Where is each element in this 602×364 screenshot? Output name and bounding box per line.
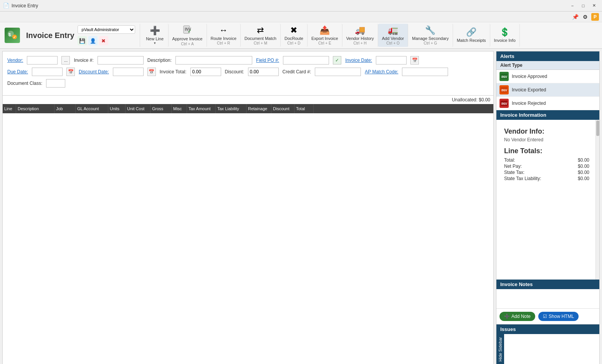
discount-input[interactable] [248,68,279,76]
person-button[interactable]: 👤 [88,36,98,45]
invoice-date-label[interactable]: Invoice Date: [345,58,372,63]
net-pay-label: Net Pay: [504,164,522,169]
vendor-label[interactable]: Vendor: [7,58,23,63]
document-class-input[interactable] [46,79,65,88]
invoice-notes-header: Invoice Notes [496,280,599,289]
alerts-sub-header: Alert Type [496,61,599,70]
scrollbar-thumb[interactable] [596,121,599,136]
cancel-button[interactable]: ✖ [99,36,108,45]
due-date-calendar-button[interactable]: 📅 [66,68,75,76]
svg-text:INV: INV [501,75,507,79]
user-dropdown[interactable]: pVault Administrator [78,25,135,34]
credit-card-label: Credit Card #: [283,69,311,74]
vendor-browse-button[interactable]: … [61,56,70,65]
toolbar: $ ✓ Invoice Entry pVault Administrator 💾… [0,22,602,49]
alert-exported[interactable]: INV Invoice Exported [496,83,599,97]
show-html-button[interactable]: ☑ Show HTML [538,312,579,321]
document-class-label: Document Class: [7,81,42,86]
vendor-history-button[interactable]: 🚚 Vendor History Ctrl + H [342,24,378,47]
field-po-check-button[interactable]: ✓ [333,56,341,65]
close-button[interactable]: ✕ [589,2,599,10]
scrollbar[interactable] [595,120,599,280]
total-row: Total: $0.00 [504,157,589,163]
new-line-button[interactable]: ➕ New Line ▼ [142,24,169,47]
net-pay-row: Net Pay: $0.00 [504,164,589,169]
due-date-input[interactable] [32,68,63,76]
pin-icon[interactable]: 📌 [571,13,579,21]
col-line: Line [3,104,16,113]
match-receipts-button[interactable]: 🔗 Match Receipts [453,24,490,47]
discount-date-label[interactable]: Discount Date: [79,69,109,74]
col-total: Total [294,104,314,113]
alerts-section: Alerts Alert Type INV Invoice Approved I… [496,51,599,110]
invoice-panel: Vendor: … Invoice #: Description: Field … [2,51,494,364]
docroute-icon: ✖ [290,25,297,35]
new-line-icon: ➕ [150,26,160,36]
invoice-date-calendar-button[interactable]: 📅 [410,56,419,65]
titlebar: 📄 Invoice Entry − □ ✕ [0,0,602,12]
col-tax-liability: Tax Liability [216,104,246,113]
description-label: Description: [147,58,172,63]
vendor-info-text: No Vendor Entered [504,137,589,142]
alert-approved[interactable]: INV Invoice Approved [496,70,599,83]
svg-text:✓: ✓ [187,28,192,34]
add-note-button[interactable]: ➕ Add Note [499,312,535,321]
unallocated-label: Unallocated: [452,97,478,103]
hide-sidebar-tab[interactable]: Hide Sidebar [496,334,504,364]
state-tax-liability-value: $0.00 [578,176,589,181]
settings-icon[interactable]: ⚙ [581,13,589,21]
invoice-date-input[interactable] [376,56,407,65]
docroute-button[interactable]: ✖ DocRoute Ctrl + D [281,24,308,47]
invoice-num-input[interactable] [98,56,144,65]
minimize-button[interactable]: − [567,2,577,10]
unallocated-value: $0.00 [479,97,490,103]
col-job: Job [55,104,76,113]
route-invoice-button[interactable]: ↔️ Route Invoice Ctrl + R [207,24,241,47]
alert-exported-label: Invoice Exported [512,87,546,93]
save-button[interactable]: 💾 [78,36,87,45]
ap-match-code-label[interactable]: AP Match Code: [365,69,398,74]
vendor-info-title: Vendor Info: [504,127,589,136]
svg-text:INV: INV [501,88,507,92]
invoice-info-button[interactable]: 💲 Invoice Info [490,24,520,47]
approve-invoice-button[interactable]: INV✓ Approve Invoice Ctrl + A [169,24,207,47]
alert-approved-label: Invoice Approved [512,74,547,79]
alert-rejected[interactable]: INV Invoice Rejected [496,97,599,110]
main-content: Vendor: … Invoice #: Description: Field … [0,49,602,364]
manage-secondary-button[interactable]: 🔧 Manage Secondary Ctrl + G [408,24,453,47]
approve-invoice-icon: INV✓ [183,25,192,36]
document-match-button[interactable]: ⇄ Document Match Ctrl + M [241,24,281,47]
description-input[interactable] [175,56,252,65]
table-body [3,113,493,364]
add-vendor-button[interactable]: 🚛 Add Vendor Ctrl + O [378,24,408,47]
field-po-label[interactable]: Field PO #: [256,58,279,63]
export-invoice-icon: 📤 [319,25,330,35]
total-label: Total: [504,157,515,163]
invoice-total-label: Invoice Total: [160,69,187,74]
export-invoice-button[interactable]: 📤 Export Invoice Ctrl + E [308,24,342,47]
match-receipts-icon: 🔗 [466,27,476,37]
discount-date-calendar-button[interactable]: 📅 [147,68,156,76]
maximize-button[interactable]: □ [578,2,588,10]
invoice-info-icon: 💲 [499,27,510,37]
vendor-input[interactable] [27,56,58,65]
svg-text:INV: INV [501,102,507,106]
state-tax-label: State Tax: [504,170,524,175]
alert-rejected-label: Invoice Rejected [512,101,546,106]
credit-card-input[interactable] [315,68,361,76]
discount-date-input[interactable] [113,68,144,76]
invoice-notes-section: Invoice Notes ➕ Add Note ☑ Show HTML [496,280,599,324]
invoice-total-input[interactable] [190,68,221,76]
invoice-num-label: Invoice #: [74,58,93,63]
app-logo: $ ✓ [5,28,20,43]
ap-match-code-input[interactable] [402,68,448,76]
line-table: Line Description Job GL Account Units Un… [3,104,493,364]
field-po-input[interactable] [283,56,329,65]
issues-section: Issues [496,324,599,334]
toolbar-left: $ ✓ Invoice Entry pVault Administrator 💾… [0,24,140,47]
svg-text:✓: ✓ [13,35,16,39]
invoice-information-header: Invoice Information [496,110,599,120]
route-invoice-icon: ↔️ [219,25,228,35]
page-title: Invoice Entry [26,31,74,40]
due-date-label[interactable]: Due Date: [7,69,28,74]
